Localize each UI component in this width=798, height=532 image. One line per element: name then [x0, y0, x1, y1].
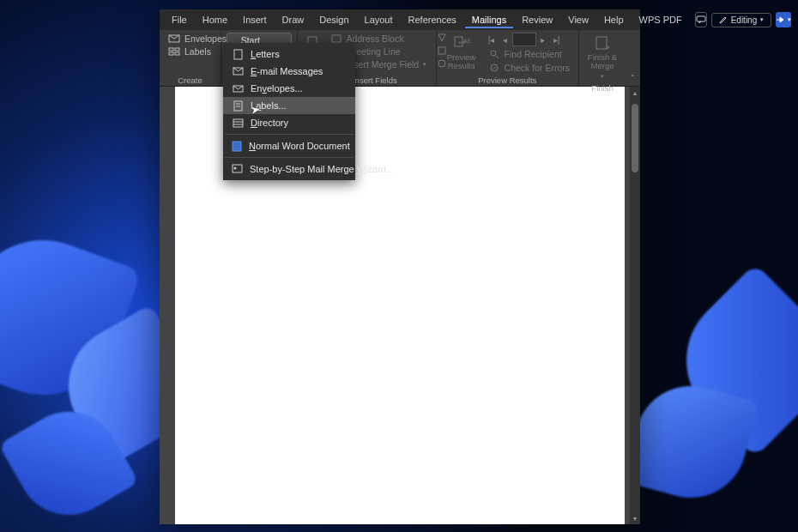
- directory-icon: [232, 117, 244, 129]
- word-doc-icon: [232, 140, 242, 152]
- menu-label: Directory: [251, 118, 288, 128]
- record-number-field: [512, 33, 536, 46]
- insert-merge-field-label: Insert Merge Field: [347, 59, 420, 70]
- menu-label: E-mail Messages: [251, 66, 323, 76]
- menu-item-letters[interactable]: Letters: [223, 45, 355, 63]
- start-mail-merge-menu: Letters E-mail Messages Envelopes... Lab…: [223, 43, 355, 180]
- group-label-create: Create: [165, 75, 215, 85]
- editing-mode-button[interactable]: Editing ▾: [711, 13, 772, 27]
- svg-point-29: [234, 167, 237, 170]
- menu-item-wizard[interactable]: Step-by-Step Mail Merge Wizard...: [223, 160, 355, 178]
- svg-rect-17: [596, 37, 607, 49]
- svg-rect-18: [234, 50, 242, 59]
- tab-mailings[interactable]: Mailings: [465, 11, 513, 28]
- finish-icon: [594, 34, 611, 51]
- tab-view[interactable]: View: [561, 11, 595, 28]
- chevron-down-icon: ▾: [760, 16, 764, 23]
- svg-rect-27: [233, 142, 241, 151]
- pencil-icon: [719, 15, 728, 24]
- svg-rect-5: [175, 52, 179, 55]
- share-icon: [776, 15, 786, 24]
- next-record-button: ▸: [536, 33, 550, 46]
- envelope-icon: [168, 33, 180, 44]
- last-record-button: ▸|: [550, 33, 564, 46]
- tab-file[interactable]: File: [165, 11, 194, 28]
- tab-layout[interactable]: Layout: [358, 11, 400, 28]
- menu-separator: [225, 157, 354, 158]
- document-icon: [232, 48, 244, 60]
- check-errors-label: Check for Errors: [505, 63, 570, 73]
- find-recipient-label: Find Recipient: [505, 49, 562, 59]
- vertical-scrollbar[interactable]: ▴ ▾: [630, 87, 640, 524]
- editing-label: Editing: [731, 15, 758, 25]
- svg-rect-3: [175, 48, 179, 51]
- svg-text:ABC: ABC: [463, 38, 470, 44]
- labels-label: Labels: [184, 46, 211, 57]
- group-label-finish: Finish: [584, 82, 620, 93]
- chevron-up-icon: ˄: [631, 74, 635, 82]
- tab-references[interactable]: References: [402, 11, 463, 28]
- menu-item-directory[interactable]: Directory: [223, 114, 355, 131]
- labels-button[interactable]: Labels: [165, 45, 230, 57]
- menu-label: Letters: [251, 49, 280, 59]
- menu-separator: [225, 134, 354, 135]
- chevron-down-icon: ▾: [423, 61, 426, 68]
- ribbon-group-finish: Finish & Merge ▾ Finish: [579, 30, 626, 86]
- finish-merge-button: Finish & Merge ▾: [584, 33, 620, 82]
- ribbon-group-create: Envelopes Labels Create: [160, 30, 221, 86]
- scroll-up-button[interactable]: ▴: [630, 87, 640, 99]
- check-icon: [488, 63, 500, 73]
- menu-item-email[interactable]: E-mail Messages: [223, 63, 355, 80]
- envelope-icon: [232, 82, 244, 94]
- group-label-preview: Preview Results: [442, 75, 573, 85]
- envelopes-label: Envelopes: [184, 33, 227, 44]
- preview-results-label: Preview Results: [447, 53, 476, 70]
- preview-results-button: «»ABC Preview Results: [442, 33, 481, 72]
- menu-item-envelopes[interactable]: Envelopes...: [223, 80, 355, 97]
- envelopes-button[interactable]: Envelopes: [165, 33, 230, 45]
- share-button[interactable]: ▾: [776, 12, 791, 27]
- scroll-down-button[interactable]: ▾: [630, 512, 640, 524]
- menu-item-labels[interactable]: Labels...: [223, 97, 355, 114]
- record-nav: |◂ ◂ ▸ ▸|: [485, 33, 573, 46]
- find-recipient-button: Find Recipient: [485, 48, 573, 60]
- tab-design[interactable]: Design: [312, 11, 355, 28]
- tab-draw[interactable]: Draw: [275, 11, 311, 28]
- mail-icon: [232, 65, 244, 77]
- scroll-thumb[interactable]: [632, 104, 638, 172]
- search-icon: [488, 49, 500, 59]
- menu-label: Envelopes...: [251, 83, 303, 94]
- prev-record-button: ◂: [499, 33, 512, 46]
- tab-review[interactable]: Review: [515, 11, 559, 28]
- ribbon-collapse-button[interactable]: ˄: [626, 69, 640, 86]
- chevron-down-icon: ▾: [788, 16, 791, 23]
- svg-rect-8: [332, 35, 341, 42]
- menu-item-normal-doc[interactable]: Normal Word Document: [223, 137, 355, 154]
- label-icon: [168, 46, 180, 57]
- tab-wps-pdf[interactable]: WPS PDF: [632, 11, 689, 28]
- ribbon-group-preview: «»ABC Preview Results |◂ ◂ ▸ ▸| Find Rec…: [437, 30, 579, 86]
- wizard-icon: [232, 163, 243, 175]
- label-icon: [232, 100, 244, 112]
- svg-rect-0: [697, 16, 705, 21]
- menu-label: Step-by-Step Mail Merge Wizard...: [250, 164, 394, 174]
- menu-label: Labels...: [251, 100, 287, 111]
- check-errors-button: Check for Errors: [485, 62, 573, 74]
- svg-rect-24: [233, 119, 243, 127]
- svg-point-15: [491, 51, 496, 56]
- preview-icon: «»ABC: [453, 34, 470, 51]
- svg-rect-2: [169, 48, 173, 51]
- tab-help[interactable]: Help: [597, 11, 631, 28]
- finish-merge-label: Finish & Merge: [588, 53, 617, 70]
- svg-point-16: [491, 64, 498, 71]
- tab-insert[interactable]: Insert: [236, 11, 274, 28]
- ribbon-tabstrip: File Home Insert Draw Design Layout Refe…: [160, 9, 640, 30]
- svg-rect-4: [169, 52, 173, 55]
- menu-label: Normal Word Document: [249, 141, 350, 151]
- comment-icon: [696, 15, 706, 24]
- comments-button[interactable]: [695, 12, 707, 27]
- chevron-down-icon: ▾: [601, 72, 604, 81]
- first-record-button: |◂: [485, 33, 499, 46]
- tab-home[interactable]: Home: [196, 11, 234, 28]
